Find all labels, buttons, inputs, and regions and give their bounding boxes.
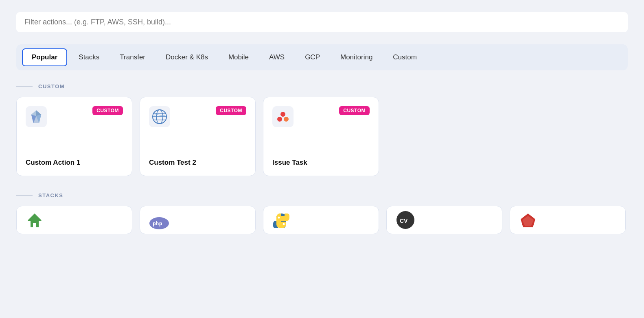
svg-point-10 (280, 112, 285, 117)
custom-section-header: CUSTOM (16, 83, 628, 89)
svg-point-17 (278, 217, 280, 219)
card-custom-test-2[interactable]: CUSTOM Custom Test 2 (140, 97, 256, 176)
custom-badge-2: CUSTOM (216, 106, 246, 115)
custom-badge-1: CUSTOM (92, 106, 123, 115)
tab-popular[interactable]: Popular (22, 48, 67, 66)
tab-docker-k8s[interactable]: Docker & K8s (157, 48, 217, 66)
tab-transfer[interactable]: Transfer (111, 48, 154, 66)
svg-text:CV: CV (400, 218, 408, 224)
custom-cards-grid: CUSTOM Custom Action 1 CUSTOM Custom Tes… (16, 97, 628, 176)
custom-section-label: CUSTOM (38, 83, 65, 89)
tab-aws[interactable]: AWS (260, 48, 294, 66)
card-stack-5[interactable] (510, 206, 626, 234)
stacks-section-header: STACKS (16, 192, 628, 198)
stacks-section-label: STACKS (38, 192, 63, 198)
section-line-stacks (16, 195, 33, 196)
card-custom-action-1[interactable]: CUSTOM Custom Action 1 (16, 97, 132, 176)
stacks-cards-grid: php CV (16, 206, 628, 234)
card-stack-1[interactable] (16, 206, 132, 234)
svg-point-11 (277, 117, 282, 122)
svg-point-12 (284, 117, 289, 122)
card-icon-dots (272, 106, 294, 127)
custom-badge-3: CUSTOM (339, 106, 370, 115)
card-issue-task[interactable]: CUSTOM Issue Task (263, 97, 379, 176)
tab-gcp[interactable]: GCP (296, 48, 329, 66)
card-header: CUSTOM (149, 106, 246, 127)
card-header: CUSTOM (272, 106, 370, 127)
card-title-custom-action-1: Custom Action 1 (26, 159, 123, 167)
tab-mobile[interactable]: Mobile (219, 48, 258, 66)
section-line (16, 86, 33, 87)
svg-point-18 (283, 223, 285, 225)
svg-rect-14 (33, 223, 36, 227)
card-icon-crystal (26, 106, 47, 127)
tab-monitoring[interactable]: Monitoring (331, 48, 381, 66)
card-stack-2[interactable]: php (140, 206, 256, 234)
card-stack-3[interactable] (263, 206, 379, 234)
card-stack-4[interactable]: CV (386, 206, 502, 234)
card-header: CUSTOM (26, 106, 123, 127)
search-input[interactable] (16, 12, 628, 32)
card-icon-globe (149, 106, 170, 127)
card-title-custom-test-2: Custom Test 2 (149, 159, 246, 167)
card-title-issue-task: Issue Task (272, 159, 370, 167)
svg-text:php: php (153, 220, 162, 227)
tabs-bar: Popular Stacks Transfer Docker & K8s Mob… (16, 44, 628, 70)
tab-custom[interactable]: Custom (384, 48, 426, 66)
tab-stacks[interactable]: Stacks (70, 48, 108, 66)
